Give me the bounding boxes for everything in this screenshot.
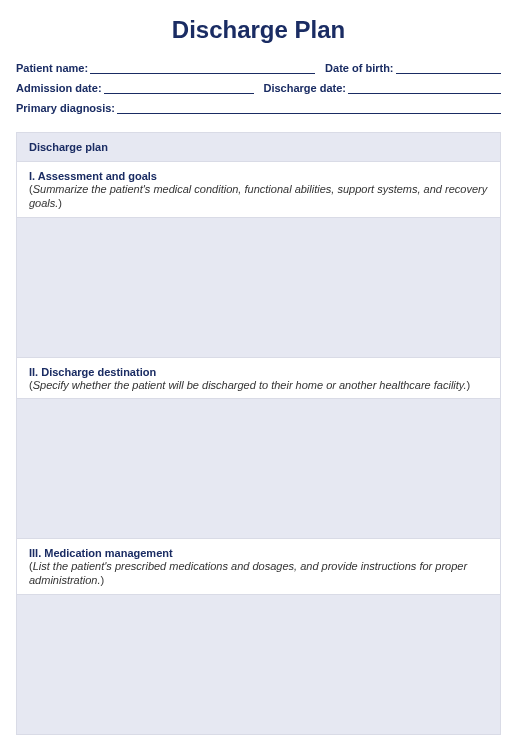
info-row: Primary diagnosis: (16, 100, 501, 114)
discharge-date-input[interactable] (348, 80, 501, 94)
subsection-header: I. Assessment and goals (Summarize the p… (17, 162, 500, 217)
discharge-date-field: Discharge date: (264, 80, 502, 94)
discharge-plan-header: Discharge plan (17, 133, 500, 162)
patient-info-block: Patient name: Date of birth: Admission d… (16, 60, 501, 114)
discharge-plan-section: Discharge plan I. Assessment and goals (… (16, 132, 501, 735)
dob-field: Date of birth: (325, 60, 501, 74)
subsection-instruction: (List the patient's prescribed medicatio… (29, 560, 488, 588)
subsection-title: II. Discharge destination (29, 366, 488, 378)
info-row: Patient name: Date of birth: (16, 60, 501, 74)
subsection-assessment: I. Assessment and goals (Summarize the p… (17, 162, 500, 358)
destination-entry-area[interactable] (17, 398, 500, 538)
subsection-header: III. Medication management (List the pat… (17, 539, 500, 594)
patient-name-label: Patient name: (16, 62, 90, 74)
primary-diagnosis-input[interactable] (117, 100, 501, 114)
subsection-medication: III. Medication management (List the pat… (17, 539, 500, 734)
dob-label: Date of birth: (325, 62, 395, 74)
subsection-header: II. Discharge destination (Specify wheth… (17, 358, 500, 399)
admission-date-field: Admission date: (16, 80, 254, 94)
dob-input[interactable] (396, 60, 501, 74)
discharge-date-label: Discharge date: (264, 82, 349, 94)
primary-diagnosis-label: Primary diagnosis: (16, 102, 117, 114)
page-title: Discharge Plan (16, 16, 501, 44)
subsection-instruction: (Specify whether the patient will be dis… (29, 379, 488, 393)
primary-diagnosis-field: Primary diagnosis: (16, 100, 501, 114)
subsection-destination: II. Discharge destination (Specify wheth… (17, 358, 500, 540)
admission-date-label: Admission date: (16, 82, 104, 94)
subsection-title: III. Medication management (29, 547, 488, 559)
assessment-entry-area[interactable] (17, 217, 500, 357)
patient-name-input[interactable] (90, 60, 315, 74)
subsection-instruction: (Summarize the patient's medical conditi… (29, 183, 488, 211)
patient-name-field: Patient name: (16, 60, 315, 74)
info-row: Admission date: Discharge date: (16, 80, 501, 94)
medication-entry-area[interactable] (17, 594, 500, 734)
subsection-title: I. Assessment and goals (29, 170, 488, 182)
admission-date-input[interactable] (104, 80, 254, 94)
